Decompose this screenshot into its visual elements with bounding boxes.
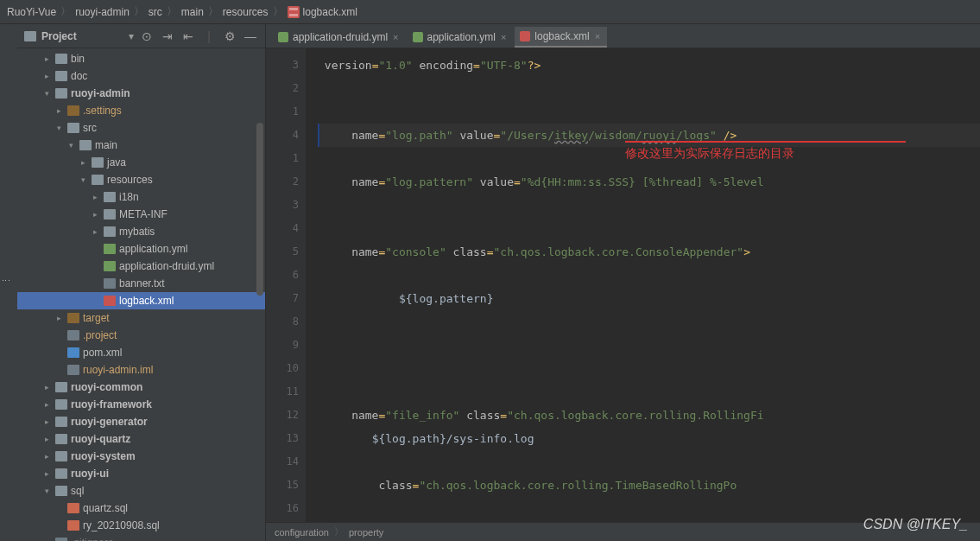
tree-item[interactable]: logback.xml bbox=[17, 292, 265, 309]
tree-item[interactable]: .project bbox=[17, 327, 265, 344]
line-number: 15 bbox=[266, 474, 299, 497]
tree-arrow-icon[interactable] bbox=[41, 487, 52, 495]
tree-item[interactable]: ruoyi-ui bbox=[17, 465, 265, 482]
yml-icon bbox=[278, 32, 288, 42]
tree-arrow-icon[interactable] bbox=[54, 314, 64, 322]
structure-crumb-item[interactable]: configuration bbox=[275, 527, 329, 538]
tree-item[interactable]: ry_20210908.sql bbox=[17, 517, 265, 534]
tree-arrow-icon[interactable] bbox=[90, 210, 100, 219]
tree-item[interactable]: .settings bbox=[17, 102, 265, 119]
tree-label: ruoyi-admin.iml bbox=[83, 364, 153, 376]
tree-item[interactable]: .gitignore bbox=[17, 534, 265, 541]
editor-tab[interactable]: logback.xml× bbox=[515, 27, 607, 48]
tree-item[interactable]: banner.txt bbox=[17, 275, 265, 292]
tree-arrow-icon[interactable] bbox=[78, 175, 88, 184]
breadcrumb-item[interactable]: main bbox=[181, 6, 204, 18]
tree-arrow-icon[interactable] bbox=[41, 54, 52, 63]
tree-item[interactable]: ruoyi-quartz bbox=[17, 430, 265, 448]
folder-icon bbox=[55, 417, 67, 427]
scrollbar[interactable] bbox=[256, 123, 263, 296]
tree-item[interactable]: ruoyi-framework bbox=[17, 396, 265, 413]
tree-item[interactable]: sql bbox=[17, 482, 265, 500]
tree-item[interactable]: ruoyi-admin bbox=[17, 85, 265, 102]
tree-arrow-icon[interactable] bbox=[41, 452, 52, 461]
tree-arrow-icon[interactable] bbox=[41, 435, 52, 443]
breadcrumb-item[interactable]: src bbox=[149, 6, 162, 18]
m-icon bbox=[67, 347, 79, 358]
tree-arrow-icon[interactable] bbox=[41, 400, 52, 409]
breadcrumb-item[interactable]: logback.xml bbox=[303, 6, 357, 18]
tree-item[interactable]: application.yml bbox=[17, 240, 265, 258]
tree-item[interactable]: application-druid.yml bbox=[17, 258, 265, 275]
tree-arrow-icon[interactable] bbox=[41, 417, 52, 426]
navigation-breadcrumb: RuoYi-Vue〉ruoyi-admin〉src〉main〉resources… bbox=[0, 0, 980, 24]
tree-arrow-icon[interactable] bbox=[41, 469, 52, 478]
tree-arrow-icon[interactable] bbox=[78, 158, 88, 167]
line-number: 4 bbox=[266, 124, 299, 147]
line-number: 9 bbox=[266, 334, 299, 357]
tree-label: logback.xml bbox=[119, 295, 174, 307]
tree-arrow-icon[interactable] bbox=[66, 141, 76, 150]
folder-icon bbox=[104, 192, 116, 202]
tree-label: resources bbox=[107, 174, 153, 186]
tree-arrow-icon[interactable] bbox=[41, 89, 52, 98]
tree-arrow-icon[interactable] bbox=[90, 227, 100, 236]
tree-label: i18n bbox=[119, 191, 139, 203]
tree-item[interactable]: pom.xml bbox=[17, 344, 265, 361]
tree-arrow-icon[interactable] bbox=[54, 124, 64, 132]
close-icon[interactable]: × bbox=[501, 32, 506, 42]
chevron-down-icon[interactable]: ▾ bbox=[129, 30, 134, 42]
project-tree[interactable]: bindocruoyi-admin.settingssrcmainjavares… bbox=[17, 48, 265, 541]
tree-item[interactable]: bin bbox=[17, 50, 265, 67]
tree-item[interactable]: ruoyi-system bbox=[17, 448, 265, 465]
tree-label: .settings bbox=[83, 105, 122, 117]
line-number: 1 bbox=[266, 147, 299, 170]
folder-icon bbox=[79, 140, 92, 150]
tree-label: src bbox=[83, 122, 97, 134]
tree-arrow-icon[interactable] bbox=[54, 106, 64, 115]
tree-item[interactable]: ruoyi-generator bbox=[17, 413, 265, 430]
file-icon bbox=[104, 278, 116, 289]
line-number: 2 bbox=[266, 170, 299, 194]
breadcrumb-item[interactable]: resources bbox=[223, 6, 269, 18]
tree-item[interactable]: main bbox=[17, 137, 265, 154]
collapse-icon[interactable]: ⇤ bbox=[180, 29, 196, 44]
tree-item[interactable]: ruoyi-common bbox=[17, 379, 265, 396]
tree-item[interactable]: java bbox=[17, 154, 265, 171]
folder-special-icon bbox=[67, 313, 79, 323]
breadcrumb-item[interactable]: ruoyi-admin bbox=[75, 6, 130, 18]
tree-item[interactable]: mybatis bbox=[17, 223, 265, 240]
tree-item[interactable]: src bbox=[17, 119, 265, 137]
locate-icon[interactable]: ⊙ bbox=[139, 29, 155, 44]
gear-icon[interactable]: ⚙ bbox=[222, 29, 237, 44]
tree-label: sql bbox=[71, 485, 84, 497]
editor-tab[interactable]: application-druid.yml× bbox=[273, 27, 406, 48]
close-icon[interactable]: × bbox=[595, 31, 600, 41]
tree-label: application-druid.yml bbox=[119, 260, 214, 272]
close-icon[interactable]: × bbox=[393, 32, 398, 42]
side-tool-label[interactable]: ⋮ bbox=[0, 24, 17, 541]
tree-item[interactable]: ruoyi-admin.iml bbox=[17, 361, 265, 379]
tree-label: .project bbox=[83, 329, 117, 341]
tab-label: application.yml bbox=[427, 31, 496, 43]
editor-tab[interactable]: application.yml× bbox=[408, 27, 514, 48]
tree-arrow-icon[interactable] bbox=[90, 193, 100, 201]
structure-crumb-item[interactable]: property bbox=[349, 527, 383, 538]
tree-item[interactable]: META-INF bbox=[17, 206, 265, 223]
tree-item[interactable]: target bbox=[17, 309, 265, 327]
tree-arrow-icon[interactable] bbox=[41, 72, 52, 80]
tree-label: banner.txt bbox=[119, 277, 165, 290]
tree-label: ruoyi-system bbox=[71, 450, 136, 462]
hide-icon[interactable]: — bbox=[243, 29, 258, 44]
folder-icon bbox=[104, 209, 116, 220]
tree-arrow-icon[interactable] bbox=[41, 383, 52, 391]
tree-item[interactable]: i18n bbox=[17, 188, 265, 206]
folder-icon bbox=[55, 88, 67, 99]
tree-item[interactable]: doc bbox=[17, 67, 265, 85]
tree-item[interactable]: quartz.sql bbox=[17, 500, 265, 517]
expand-icon[interactable]: ⇥ bbox=[160, 29, 175, 44]
breadcrumb-item[interactable]: RuoYi-Vue bbox=[7, 6, 56, 18]
tree-item[interactable]: resources bbox=[17, 171, 265, 188]
xml-icon bbox=[520, 31, 530, 41]
code-editor[interactable]: version="1.0" encoding="UTF-8"?> name="l… bbox=[306, 48, 980, 522]
